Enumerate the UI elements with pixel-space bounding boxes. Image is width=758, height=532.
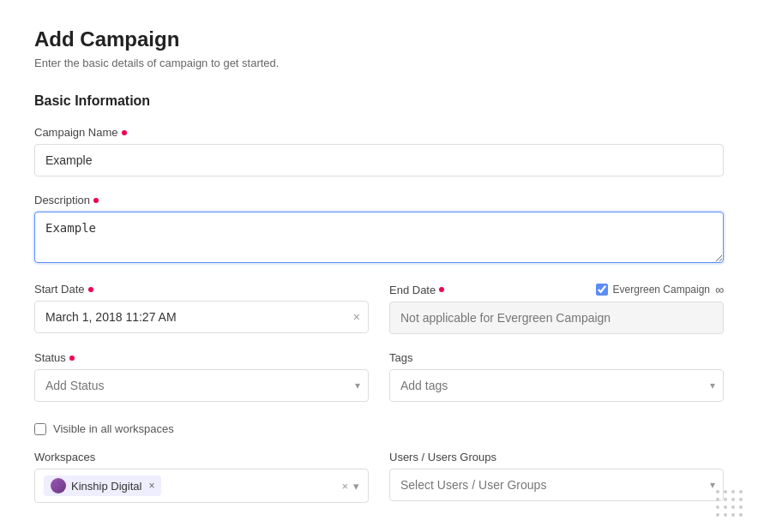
- workspace-tag-kinship: Kinship Digital ×: [44, 475, 161, 496]
- description-label: Description: [34, 194, 724, 206]
- workspace-avatar: [51, 478, 66, 493]
- page-subtitle: Enter the basic details of campaign to g…: [34, 57, 724, 69]
- evergreen-label: Evergreen Campaign: [613, 284, 710, 296]
- users-groups-label: Users / Users Groups: [389, 451, 724, 463]
- start-date-wrapper: ×: [34, 301, 369, 333]
- workspace-remove-icon[interactable]: ×: [148, 480, 154, 492]
- evergreen-checkbox[interactable]: [596, 284, 608, 296]
- visible-workspaces-label: Visible in all workspaces: [53, 422, 174, 435]
- infinity-icon: ∞: [715, 283, 724, 296]
- users-groups-field: Users / Users Groups ▾: [389, 451, 724, 503]
- decorative-dots: [716, 490, 744, 518]
- evergreen-row: Evergreen Campaign ∞: [596, 283, 724, 296]
- status-select[interactable]: [34, 369, 369, 402]
- tags-select[interactable]: [389, 369, 724, 402]
- workspace-clear-icon[interactable]: ×: [341, 480, 348, 493]
- required-indicator: [122, 130, 127, 135]
- start-date-clear-icon[interactable]: ×: [353, 310, 360, 324]
- start-date-input[interactable]: [34, 301, 369, 333]
- end-date-input[interactable]: [389, 302, 724, 334]
- campaign-name-label: Campaign Name: [34, 126, 724, 139]
- description-field: Description Example: [34, 194, 724, 266]
- section-basic-info: Basic Information: [34, 93, 724, 109]
- status-tags-row: Status ▾ Tags ▾: [34, 351, 724, 419]
- end-date-header: End Date Evergreen Campaign ∞: [389, 283, 724, 296]
- workspace-chevron-icon[interactable]: ▾: [353, 480, 359, 493]
- visible-workspaces-checkbox[interactable]: [34, 423, 46, 435]
- end-date-label: End Date: [389, 284, 436, 296]
- required-indicator-desc: [93, 198, 99, 203]
- end-date-label-row: End Date: [389, 284, 444, 296]
- status-label: Status: [34, 351, 369, 364]
- required-indicator-end: [439, 287, 444, 292]
- visible-workspaces-row: Visible in all workspaces: [34, 422, 724, 435]
- tags-label: Tags: [389, 351, 724, 364]
- status-field: Status ▾: [34, 351, 369, 402]
- end-date-field: End Date Evergreen Campaign ∞: [389, 283, 724, 334]
- users-groups-select[interactable]: [389, 469, 724, 501]
- campaign-name-field: Campaign Name: [34, 126, 724, 176]
- tags-select-wrapper: ▾: [389, 369, 724, 402]
- workspaces-field: Workspaces Kinship Digital × × ▾: [34, 451, 369, 503]
- tags-field: Tags ▾: [389, 351, 724, 402]
- campaign-name-input[interactable]: [34, 144, 724, 176]
- page-title: Add Campaign: [34, 27, 724, 51]
- required-indicator-status: [69, 356, 75, 361]
- start-date-field: Start Date ×: [34, 283, 369, 334]
- workspaces-users-row: Workspaces Kinship Digital × × ▾ Users /…: [34, 451, 724, 520]
- workspace-name: Kinship Digital: [71, 480, 141, 493]
- workspace-actions: × ▾: [341, 480, 359, 493]
- required-indicator-start: [88, 287, 93, 292]
- workspaces-label: Workspaces: [34, 451, 369, 463]
- status-select-wrapper: ▾: [34, 369, 369, 402]
- date-row: Start Date × End Date Evergreen Campaign…: [34, 283, 724, 351]
- users-groups-select-wrapper: ▾: [389, 469, 724, 501]
- workspaces-input[interactable]: Kinship Digital × × ▾: [34, 469, 369, 503]
- start-date-label: Start Date: [34, 283, 369, 296]
- description-input[interactable]: Example: [34, 212, 724, 263]
